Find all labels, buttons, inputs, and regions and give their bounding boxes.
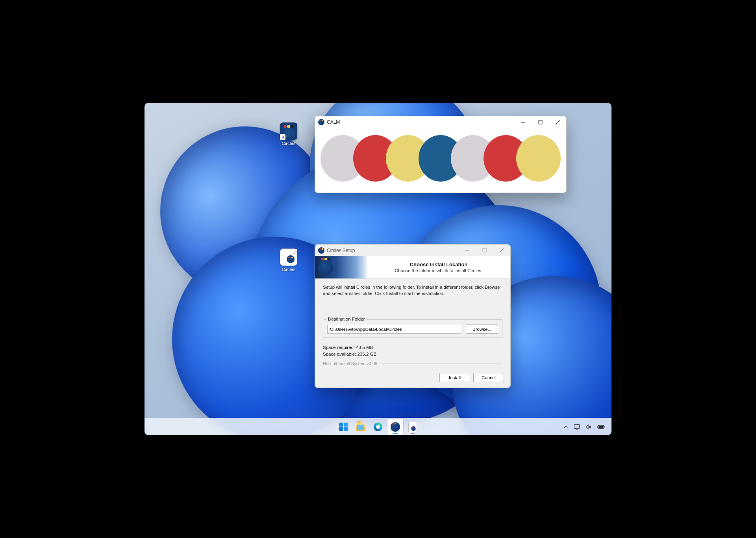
taskbar-explorer[interactable] [353, 419, 369, 435]
calm-window: CALM [315, 116, 567, 193]
installer-description: Setup will install Circles in the follow… [323, 284, 502, 297]
circles-app-icon: ↗ [280, 122, 297, 140]
destination-path-input[interactable] [327, 325, 461, 334]
installer-heading: Choose Install Location [410, 262, 468, 267]
circles-app-icon [391, 422, 400, 432]
destination-folder-label: Destination Folder [326, 317, 366, 321]
minimize-button[interactable] [514, 116, 532, 128]
installer-brand-icon [318, 260, 333, 275]
tray-volume-icon[interactable] [586, 424, 592, 430]
windows-start-icon [339, 423, 348, 431]
calm-titlebar[interactable]: CALM [315, 116, 566, 128]
divider [380, 364, 502, 364]
installer-window-title: Circles Setup [327, 248, 355, 253]
installer-file-icon [408, 422, 417, 432]
taskbar-circles-app[interactable] [387, 419, 403, 435]
cancel-button[interactable]: Cancel [473, 373, 504, 382]
maximize-button[interactable] [532, 116, 549, 128]
installer-subheading: Choose the folder in which to install Ci… [395, 268, 482, 273]
desktop-icon-label: Circles [274, 267, 303, 272]
installer-brand-area [315, 256, 367, 278]
calm-app-icon [318, 119, 324, 125]
taskbar-circles-setup[interactable] [405, 419, 421, 435]
tray-cast-icon[interactable] [574, 424, 580, 430]
desktop-icon-label: Circles [274, 141, 303, 146]
desktop-icon-circles-shortcut[interactable]: ↗ Circles [274, 122, 303, 146]
space-available: Space available: 236.2 GB [323, 351, 502, 358]
calm-canvas [315, 128, 566, 193]
svg-rect-3 [576, 429, 578, 429]
close-button[interactable] [549, 116, 566, 128]
desktop-icon-circles-installer[interactable]: Circles [274, 249, 303, 272]
minimize-button[interactable] [458, 245, 476, 256]
svg-rect-1 [483, 249, 486, 252]
svg-rect-2 [574, 425, 580, 429]
install-button[interactable]: Install [439, 373, 470, 382]
svg-rect-6 [598, 426, 603, 428]
taskbar [145, 418, 611, 435]
start-button[interactable] [335, 419, 351, 435]
svg-rect-5 [604, 426, 605, 427]
installer-window: Circles Setup Choose Install Location Ch… [315, 244, 511, 388]
taskbar-edge[interactable] [370, 419, 386, 435]
close-button[interactable] [493, 245, 510, 256]
installer-app-icon [318, 247, 324, 254]
installer-file-icon [280, 249, 297, 266]
space-required: Space required: 43.5 MB [323, 344, 502, 351]
svg-rect-0 [539, 121, 542, 124]
tray-overflow-icon[interactable] [563, 425, 568, 429]
edge-browser-icon [374, 423, 382, 431]
destination-folder-group: Destination Folder Browse... [323, 319, 502, 338]
shortcut-overlay-icon: ↗ [280, 134, 285, 140]
calm-window-title: CALM [327, 119, 340, 125]
nsis-version: Nullsoft Install System v3.08 [323, 361, 377, 366]
circle-yellow [516, 135, 561, 182]
file-explorer-icon [356, 423, 365, 431]
browse-button[interactable]: Browse... [466, 325, 498, 334]
maximize-button [476, 245, 493, 256]
tray-battery-icon[interactable] [597, 425, 605, 429]
installer-titlebar[interactable]: Circles Setup [315, 245, 510, 256]
